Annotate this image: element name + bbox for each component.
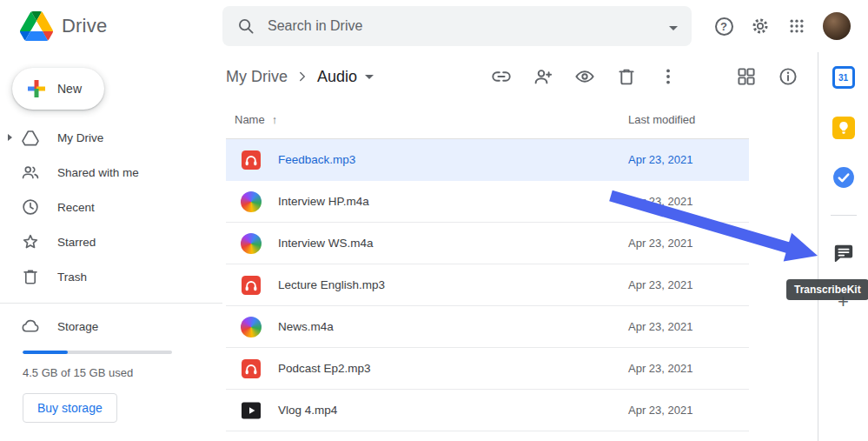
sidebar-nav: My Drive Shared with me xyxy=(0,120,222,294)
expand-caret-icon[interactable] xyxy=(8,134,12,141)
sidebar-item-shared-with-me[interactable]: Shared with me xyxy=(0,155,222,190)
preview-button[interactable] xyxy=(574,66,595,87)
file-row[interactable]: Vlog 4.mp4 Apr 23, 2021 xyxy=(226,390,749,431)
file-modified-date: Apr 23, 2021 xyxy=(628,362,749,375)
transcribekit-addon-button[interactable] xyxy=(832,243,855,265)
person-add-icon xyxy=(533,66,553,87)
file-browser-main: My Drive Audio xyxy=(222,52,818,441)
sort-ascending-icon[interactable]: ↑ xyxy=(272,113,278,126)
storage-progress-bar xyxy=(23,351,172,354)
multicolor-plus-icon xyxy=(26,78,47,99)
storage-section: Storage 4.5 GB of 15 GB used Buy storage xyxy=(0,303,222,423)
toolbar: My Drive Audio xyxy=(226,52,818,101)
side-panel-divider xyxy=(831,215,857,216)
storage-usage-text: 4.5 GB of 15 GB used xyxy=(23,366,222,379)
people-icon xyxy=(21,163,40,182)
breadcrumb: My Drive Audio xyxy=(226,68,374,86)
more-vert-icon xyxy=(658,66,679,87)
delete-button[interactable] xyxy=(616,66,637,87)
breadcrumb-current-folder[interactable]: Audio xyxy=(317,68,374,86)
drive-logo-icon xyxy=(20,11,53,41)
google-drive-window: Drive Search in Drive ? xyxy=(0,0,868,441)
file-list-header: Name ↑ Last modified xyxy=(226,101,749,139)
more-actions-button[interactable] xyxy=(658,66,679,87)
grid-view-icon xyxy=(736,66,757,87)
header-actions: ? xyxy=(713,12,868,40)
sidebar-item-starred[interactable]: Starred xyxy=(0,224,222,259)
file-row[interactable]: News.m4a Apr 23, 2021 xyxy=(226,306,749,348)
sidebar-item-storage[interactable]: Storage xyxy=(0,309,222,344)
column-header-name[interactable]: Name xyxy=(235,113,265,126)
sidebar-item-trash[interactable]: Trash xyxy=(0,259,222,294)
sidebar-item-label: Trash xyxy=(57,271,87,284)
storage-progress-fill xyxy=(23,351,68,354)
file-row[interactable]: Lecture English.mp3 Apr 23, 2021 xyxy=(226,264,749,306)
file-row[interactable]: Podcast Ep2.mp3 Apr 23, 2021 xyxy=(226,348,749,390)
column-header-last-modified: Last modified xyxy=(628,113,749,126)
sidebar-item-label: My Drive xyxy=(57,131,103,144)
details-button[interactable] xyxy=(778,66,798,87)
chevron-right-icon xyxy=(295,69,310,84)
buy-storage-button[interactable]: Buy storage xyxy=(23,393,117,423)
file-modified-date: Apr 23, 2021 xyxy=(628,153,749,166)
apps-grid-button[interactable] xyxy=(786,16,807,37)
storage-label: Storage xyxy=(57,320,98,333)
grid-view-button[interactable] xyxy=(736,66,757,87)
sidebar-item-label: Shared with me xyxy=(57,166,139,179)
new-button-label: New xyxy=(57,82,82,96)
search-options-caret-icon[interactable] xyxy=(669,18,678,34)
user-avatar[interactable] xyxy=(823,12,851,40)
file-modified-date: Apr 23, 2021 xyxy=(628,237,749,250)
link-icon xyxy=(491,66,512,87)
sidebar-item-label: Starred xyxy=(57,236,96,249)
drive-logo-area[interactable]: Drive xyxy=(0,11,222,41)
file-name: Lecture English.mp3 xyxy=(278,278,385,291)
file-row[interactable]: Interview WS.m4a Apr 23, 2021 xyxy=(226,223,749,264)
current-folder-label: Audio xyxy=(317,68,357,86)
tasks-icon xyxy=(832,166,855,189)
left-sidebar: New My Drive xyxy=(0,52,222,441)
settings-button[interactable] xyxy=(750,16,771,37)
clock-icon xyxy=(21,197,40,217)
sidebar-item-recent[interactable]: Recent xyxy=(0,190,222,224)
sidebar-item-my-drive[interactable]: My Drive xyxy=(0,120,222,155)
file-name: Interview WS.m4a xyxy=(278,237,374,250)
audio-m4a-file-icon xyxy=(240,190,262,213)
file-name: Podcast Ep2.mp3 xyxy=(278,362,371,375)
apps-grid-icon xyxy=(788,17,805,35)
new-button[interactable]: New xyxy=(12,68,104,110)
calendar-button[interactable]: 31 xyxy=(832,66,855,89)
trash-icon xyxy=(616,66,637,87)
calendar-icon: 31 xyxy=(832,66,855,89)
file-row[interactable]: Interview HP.m4a Apr 23, 2021 xyxy=(226,181,749,223)
audio-m4a-file-icon xyxy=(240,316,262,338)
file-name: Feedback.mp3 xyxy=(278,153,355,166)
search-input[interactable]: Search in Drive xyxy=(222,6,692,46)
file-modified-date: Apr 23, 2021 xyxy=(628,195,749,208)
tasks-button[interactable] xyxy=(832,166,855,189)
help-button[interactable]: ? xyxy=(713,16,734,37)
workspace-side-panel: 31 + xyxy=(818,52,868,441)
file-modified-date: Apr 23, 2021 xyxy=(628,404,749,417)
trash-icon xyxy=(21,267,40,286)
gear-icon xyxy=(750,16,771,37)
selection-action-icons xyxy=(491,66,798,87)
keep-button[interactable] xyxy=(832,117,855,139)
help-icon: ? xyxy=(715,17,733,36)
file-list: Name ↑ Last modified Feedback.mp3 Apr 23… xyxy=(226,101,749,431)
star-icon xyxy=(21,232,40,251)
file-name: Interview HP.m4a xyxy=(278,195,369,208)
audio-mp3-file-icon xyxy=(240,274,262,297)
keep-icon xyxy=(832,117,855,139)
get-link-button[interactable] xyxy=(491,66,512,87)
cloud-icon xyxy=(21,317,40,336)
breadcrumb-my-drive[interactable]: My Drive xyxy=(226,68,288,86)
video-file-icon xyxy=(240,399,262,422)
folder-menu-caret-icon xyxy=(365,75,374,79)
app-title: Drive xyxy=(62,15,107,37)
info-icon xyxy=(778,66,798,87)
my-drive-icon xyxy=(21,128,40,147)
file-row[interactable]: Feedback.mp3 Apr 23, 2021 xyxy=(226,139,749,181)
share-button[interactable] xyxy=(533,66,553,87)
audio-m4a-file-icon xyxy=(240,232,262,255)
